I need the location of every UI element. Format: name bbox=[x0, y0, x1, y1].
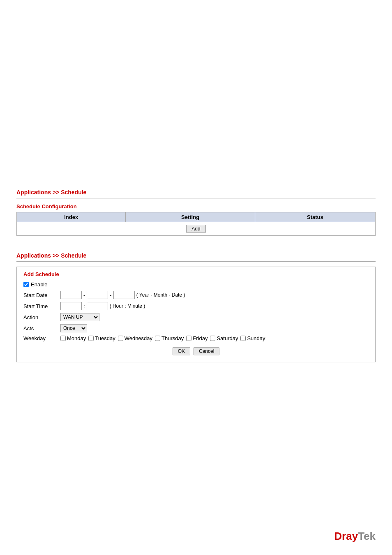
label-wednesday: Wednesday bbox=[125, 335, 152, 341]
action-row: Action WAN UP WAN DOWN bbox=[23, 313, 369, 321]
checkbox-tuesday[interactable] bbox=[88, 336, 94, 341]
table-header-index: Index bbox=[17, 212, 126, 222]
checkbox-sunday[interactable] bbox=[240, 336, 246, 341]
start-date-label: Start Date bbox=[23, 292, 60, 298]
schedule-table: Index Setting Status Add bbox=[16, 212, 376, 236]
time-sep: : bbox=[83, 303, 85, 309]
enable-label: Enable bbox=[31, 281, 47, 288]
acts-row: Acts Once Repeat bbox=[23, 324, 369, 332]
table-header-setting: Setting bbox=[126, 212, 255, 222]
action-select[interactable]: WAN UP WAN DOWN bbox=[60, 313, 99, 321]
label-monday: Monday bbox=[67, 335, 86, 341]
enable-checkbox[interactable] bbox=[23, 282, 29, 287]
section1-subsection-title: Schedule Configuration bbox=[16, 203, 376, 210]
date-sep1: - bbox=[83, 292, 85, 298]
checkbox-wednesday[interactable] bbox=[118, 336, 123, 341]
action-label: Action bbox=[23, 314, 60, 320]
checkbox-thursday[interactable] bbox=[155, 336, 160, 341]
date-sep2: - bbox=[110, 292, 111, 298]
start-date-row: Start Date - - ( Year - Month - Date ) bbox=[23, 291, 369, 299]
start-date-month[interactable] bbox=[87, 291, 108, 299]
start-time-controls: : ( Hour : Minute ) bbox=[60, 302, 145, 310]
start-time-minute[interactable] bbox=[87, 302, 108, 310]
add-button[interactable]: Add bbox=[186, 225, 205, 233]
schedule-section-1: Applications >> Schedule Schedule Config… bbox=[16, 189, 376, 236]
weekday-tuesday: Tuesday bbox=[88, 335, 115, 341]
start-date-day[interactable] bbox=[113, 291, 135, 299]
start-date-hint: ( Year - Month - Date ) bbox=[136, 292, 185, 298]
weekday-sunday: Sunday bbox=[240, 335, 265, 341]
schedule-section-2: Applications >> Schedule Add Schedule En… bbox=[16, 252, 376, 362]
start-date-controls: - - ( Year - Month - Date ) bbox=[60, 291, 185, 299]
table-header-status: Status bbox=[255, 212, 375, 222]
weekday-saturday: Saturday bbox=[210, 335, 238, 341]
label-tuesday: Tuesday bbox=[95, 335, 115, 341]
weekday-wednesday: Wednesday bbox=[118, 335, 152, 341]
logo-tek: Tek bbox=[358, 530, 376, 542]
acts-label: Acts bbox=[23, 325, 60, 332]
weekday-friday: Friday bbox=[186, 335, 208, 341]
enable-row: Enable bbox=[23, 281, 369, 288]
weekday-checkboxes: Monday Tuesday Wednesday Thursday bbox=[60, 335, 265, 341]
logo-dray: Dray bbox=[334, 530, 358, 542]
checkbox-friday[interactable] bbox=[186, 336, 191, 341]
checkbox-monday[interactable] bbox=[60, 336, 66, 341]
weekday-row: Weekday Monday Tuesday Wednesday bbox=[23, 335, 369, 341]
start-time-hint: ( Hour : Minute ) bbox=[110, 303, 145, 309]
form-buttons: OK Cancel bbox=[23, 347, 369, 355]
start-time-row: Start Time : ( Hour : Minute ) bbox=[23, 302, 369, 310]
cancel-button[interactable]: Cancel bbox=[194, 347, 219, 355]
weekday-monday: Monday bbox=[60, 335, 86, 341]
checkbox-saturday[interactable] bbox=[210, 336, 215, 341]
label-thursday: Thursday bbox=[161, 335, 184, 341]
add-schedule-form: Add Schedule Enable Start Date - - ( Yea… bbox=[16, 267, 376, 362]
weekday-label: Weekday bbox=[23, 335, 60, 341]
section2-title: Applications >> Schedule bbox=[16, 252, 376, 259]
form-title: Add Schedule bbox=[23, 271, 369, 277]
label-sunday: Sunday bbox=[247, 335, 265, 341]
section1-title: Applications >> Schedule bbox=[16, 189, 376, 196]
start-time-hour[interactable] bbox=[60, 302, 82, 310]
ok-button[interactable]: OK bbox=[173, 347, 190, 355]
label-friday: Friday bbox=[193, 335, 208, 341]
start-date-year[interactable] bbox=[60, 291, 82, 299]
weekday-thursday: Thursday bbox=[155, 335, 184, 341]
label-saturday: Saturday bbox=[217, 335, 238, 341]
start-time-label: Start Time bbox=[23, 303, 60, 309]
acts-controls: Once Repeat bbox=[60, 324, 87, 332]
draytek-logo: DrayTek bbox=[334, 530, 376, 543]
acts-select[interactable]: Once Repeat bbox=[60, 324, 87, 332]
action-controls: WAN UP WAN DOWN bbox=[60, 313, 99, 321]
